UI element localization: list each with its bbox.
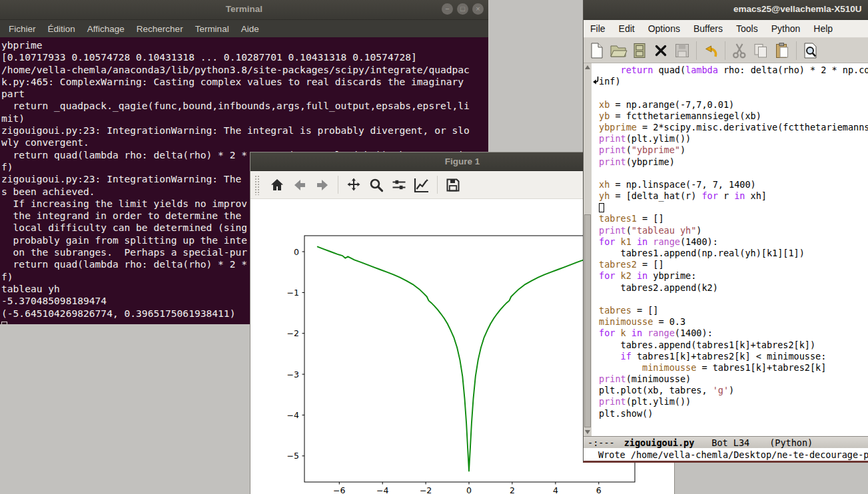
emacs-scrollbar[interactable] (584, 63, 592, 436)
menu-item-tools[interactable]: Tools (729, 23, 765, 34)
minimize-button[interactable]: − (442, 3, 453, 15)
scrollbar-thumb[interactable] (584, 214, 591, 427)
toolbar-drag-handle[interactable] (254, 175, 260, 195)
svg-text:−6: −6 (333, 485, 345, 494)
menu-item-options[interactable]: Options (642, 23, 687, 34)
menu-item-buffers[interactable]: Buffers (687, 23, 729, 34)
code-line: tabres1 = [] (599, 213, 868, 224)
code-lines: return quad(lambda rho: delta(rho) * 2 *… (599, 65, 868, 419)
open-folder-icon[interactable] (608, 41, 628, 61)
code-line (599, 202, 868, 213)
code-line: print(ybprime) (599, 156, 868, 168)
code-line: tabres1.append(np.real(yh)[k1][1]) (599, 248, 868, 259)
code-line: for k1 in range(1400): (599, 236, 868, 248)
code-line: tabres2.append(k2) (599, 282, 868, 294)
code-line: minimousse = tabres1[k]+tabres2[k] (599, 362, 868, 373)
minibuffer-message: Wrote /home/vella-chemla/Desktop/ne-te-d… (598, 449, 868, 460)
subplots-icon[interactable] (390, 176, 408, 194)
code-line: yh = [delta_hat(r) for r in xh] (599, 190, 868, 202)
emacs-title: emacs25@vellachemla-X510U (584, 4, 868, 14)
maximize-button[interactable]: □ (457, 3, 468, 15)
line-wrap-icon (592, 76, 599, 85)
code-line: yb = fctthetariemannsiegel(xb) (599, 111, 868, 122)
emacs-window: emacs25@vellachemla-X510U FileEditOption… (583, 0, 868, 463)
svg-text:−3: −3 (287, 370, 299, 379)
close-buffer-icon[interactable] (651, 41, 671, 61)
menu-item-terminal[interactable]: Terminal (189, 24, 235, 34)
terminal-line: mit) (1, 113, 488, 124)
emacs-modeline: -:--- zigouigoui.py Bot L34 (Python) (584, 436, 868, 448)
code-line: xb = np.arange(-7,7,0.01) (599, 99, 868, 111)
code-line: return quad(lambda rho: delta(rho) * 2 *… (599, 65, 868, 76)
modeline-buffer-name: zigouigoui.py (624, 437, 695, 448)
svg-text:−1: −1 (287, 288, 299, 298)
terminal-cursor (1, 322, 7, 324)
menu-item-affichage[interactable]: Affichage (81, 24, 131, 34)
modeline-major-mode: (Python) (769, 437, 813, 448)
paste-icon[interactable] (772, 41, 792, 61)
code-line (599, 168, 868, 179)
menu-item-aide[interactable]: Aide (235, 24, 265, 34)
svg-text:−4: −4 (287, 410, 299, 420)
code-line: plt.show() (599, 408, 868, 419)
terminal-line: /home/vella-chemla/anaconda3/lib/python3… (1, 64, 488, 76)
svg-text:0: 0 (466, 485, 472, 494)
menu-item-edit[interactable]: Edit (612, 23, 642, 34)
undo-icon[interactable] (701, 41, 721, 61)
menu-item-rechercher[interactable]: Rechercher (131, 24, 189, 34)
copy-icon[interactable] (751, 41, 771, 61)
terminal-title: Terminal (0, 4, 488, 14)
terminal-line: zigouigoui.py:23: IntegrationWarning: Th… (1, 124, 488, 136)
forward-icon[interactable] (314, 176, 331, 194)
terminal-titlebar[interactable]: Terminal − □ × (0, 0, 488, 20)
svg-text:0: 0 (294, 247, 299, 257)
terminal-line: wly convergent. (1, 136, 488, 148)
terminal-menubar: FichierÉditionAffichageRechercherTermina… (0, 20, 488, 37)
code-line: tabres = [] (599, 305, 868, 316)
customize-axes-icon[interactable] (413, 176, 430, 194)
svg-text:−4: −4 (376, 485, 388, 494)
zoom-icon[interactable] (368, 176, 385, 194)
code-line: inf) (599, 76, 868, 87)
svg-text:−2: −2 (287, 328, 299, 338)
close-button[interactable]: × (472, 3, 484, 15)
code-line (599, 294, 868, 305)
code-line: for k2 in ybprime: (599, 270, 868, 282)
search-icon[interactable] (801, 41, 821, 61)
pan-icon[interactable] (345, 176, 362, 194)
terminal-line: k.py:465: ComplexWarning: Casting comple… (1, 76, 488, 88)
svg-text:6: 6 (596, 485, 602, 494)
svg-text:4: 4 (553, 485, 558, 494)
scroll-up-icon[interactable] (585, 65, 590, 69)
terminal-line: [0.10717933 0.10574728 0.10431318 ... 0.… (1, 51, 488, 63)
save-buffer-icon[interactable] (672, 41, 692, 61)
back-icon[interactable] (291, 176, 308, 194)
save-icon[interactable] (444, 176, 462, 194)
menu-item-file[interactable]: File (584, 23, 612, 34)
code-line: if tabres1[k]+tabres2[k] < minimousse: (599, 351, 868, 362)
code-line: tabres.append(tabres1[k]+tabres2[k]) (599, 340, 868, 351)
menu-item-fichier[interactable]: Fichier (3, 24, 42, 34)
terminal-line: return _quadpack._qagie(func,bound,infbo… (1, 100, 488, 112)
svg-text:−5: −5 (287, 451, 299, 461)
code-line: tabres2 = [] (599, 259, 868, 270)
emacs-minibuffer[interactable]: Wrote /home/vella-chemla/Desktop/ne-te-d… (584, 448, 868, 461)
cut-icon[interactable] (729, 41, 749, 61)
terminal-line: ybprime (1, 39, 488, 51)
emacs-buffer[interactable]: return quad(lambda rho: delta(rho) * 2 *… (584, 63, 868, 436)
emacs-titlebar[interactable]: emacs25@vellachemla-X510U (584, 0, 868, 20)
code-line: xh = np.linspace(-7, 7, 1400) (599, 179, 868, 190)
home-icon[interactable] (268, 176, 286, 194)
new-file-icon[interactable] (587, 41, 607, 61)
menu-item-édition[interactable]: Édition (42, 24, 81, 34)
menu-item-python[interactable]: Python (765, 23, 807, 34)
code-line: for k in range(1400): (599, 328, 868, 339)
file-cabinet-icon[interactable] (630, 41, 650, 61)
code-line: print(minimousse) (599, 373, 868, 385)
code-line: print("ybprime") (599, 144, 868, 156)
scroll-down-icon[interactable] (585, 430, 590, 434)
terminal-line: part (1, 88, 488, 100)
menu-item-help[interactable]: Help (807, 23, 839, 34)
text-cursor (599, 203, 604, 212)
modeline-flags: -:--- (588, 437, 615, 448)
